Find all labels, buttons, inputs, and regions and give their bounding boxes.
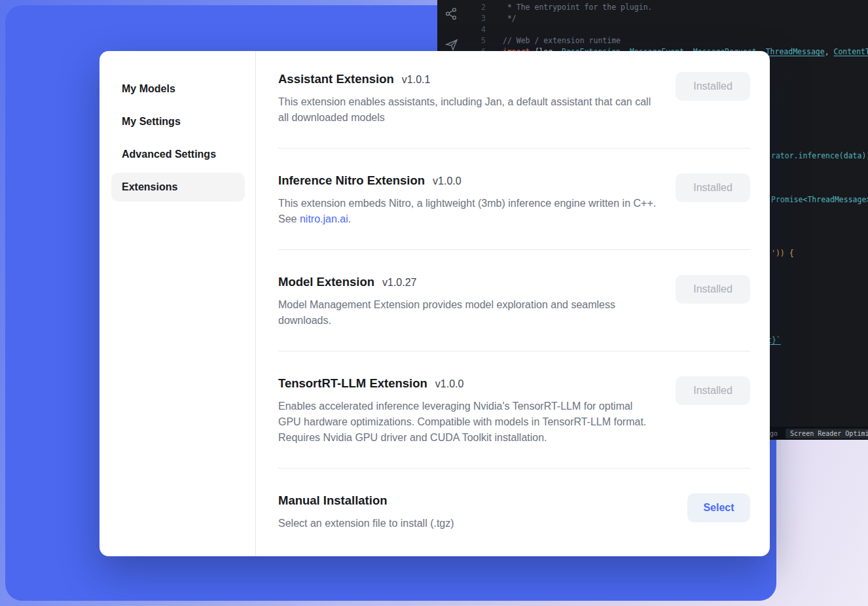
screen-reader-status-badge[interactable]: Screen Reader Optimize [786,429,868,438]
line-number: 3 [467,13,486,24]
code-area: 2 * The entrypoint for the plugin.3 */45… [467,2,868,58]
extension-info: Assistant Extensionv1.0.1This extension … [278,72,658,126]
extension-row: Inference Nitro Extensionv1.0.0This exte… [278,149,750,250]
status-text: go [770,430,778,437]
line-number: 5 [467,35,486,46]
extension-name: Assistant Extension [278,72,394,86]
extension-name: Manual Installation [278,493,388,508]
sidebar-item-extensions[interactable]: Extensions [111,173,245,202]
extension-description: Enables accelerated inference leveraging… [278,399,658,446]
code-line: 3 */ [467,13,868,24]
extension-version: v1.0.1 [402,74,431,86]
sidebar-item-advanced-settings[interactable]: Advanced Settings [111,140,245,169]
installed-button[interactable]: Installed [676,376,750,405]
nitro-link[interactable]: nitro.jan.ai [300,213,348,224]
extension-row: Assistant Extensionv1.0.1This extension … [278,72,750,149]
extension-info: Inference Nitro Extensionv1.0.0This exte… [278,173,658,227]
installed-button[interactable]: Installed [676,173,750,202]
extension-row: Model Extensionv1.0.27Model Management E… [278,250,750,351]
extensions-list: Assistant Extensionv1.0.1This extension … [256,51,770,556]
code-fragment: ')) { [771,248,794,259]
desktop-background: 2 * The entrypoint for the plugin.3 */45… [0,0,868,606]
extension-row: Manual InstallationSelect an extension f… [278,469,750,554]
extension-info: Model Extensionv1.0.27Model Management E… [278,275,658,329]
extension-name: Inference Nitro Extension [278,173,425,188]
extension-description: Model Management Extension provides mode… [278,297,658,329]
extension-name: TensortRT-LLM Extension [278,376,427,391]
code-fragment: rator.inference(data)); [771,151,868,162]
extension-description: This extension embeds Nitro, a lightweig… [278,196,658,227]
sidebar-item-my-models[interactable]: My Models [111,75,245,103]
code-line: 2 * The entrypoint for the plugin. [467,2,868,13]
git-branch-icon[interactable] [444,7,458,23]
code-line: 5// Web / extension runtime [467,35,868,46]
extension-description: This extension enables assistants, inclu… [278,94,658,126]
settings-sidebar: My ModelsMy SettingsAdvanced SettingsExt… [99,51,256,556]
settings-modal: My ModelsMy SettingsAdvanced SettingsExt… [99,51,770,556]
installed-button[interactable]: Installed [676,72,750,101]
extension-row: TensortRT-LLM Extensionv1.0.0Enables acc… [278,351,750,469]
extension-version: v1.0.0 [433,175,461,187]
line-number: 4 [467,24,486,35]
installed-button[interactable]: Installed [676,275,750,304]
extension-version: v1.0.27 [382,277,416,289]
select-button[interactable]: Select [687,493,750,522]
code-line: 4 [467,24,868,35]
extension-version: v1.0.0 [435,378,464,390]
extension-name: Model Extension [278,275,374,289]
extension-description: Select an extension file to install (.tg… [278,516,454,531]
line-number: 2 [467,2,486,13]
extension-info: TensortRT-LLM Extensionv1.0.0Enables acc… [278,376,658,446]
code-fragment: Promise<ThreadMessage> [771,194,868,205]
sidebar-item-my-settings[interactable]: My Settings [111,107,245,136]
extension-info: Manual InstallationSelect an extension f… [278,493,454,531]
